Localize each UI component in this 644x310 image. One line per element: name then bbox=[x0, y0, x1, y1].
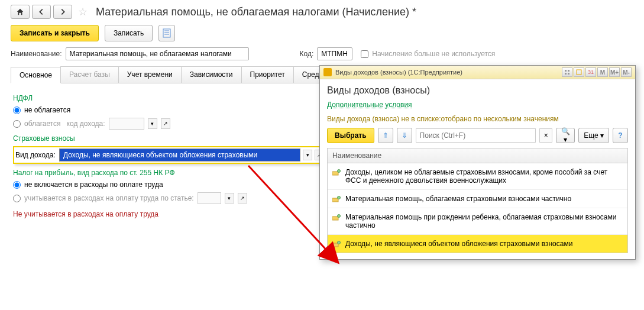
tab-time[interactable]: Учет времени bbox=[118, 66, 182, 83]
sys-m2[interactable]: M+ bbox=[609, 67, 620, 77]
calc-icon bbox=[576, 69, 582, 75]
more-button[interactable]: Еще ▾ bbox=[578, 128, 609, 143]
svg-point-10 bbox=[338, 170, 341, 173]
name-input[interactable] bbox=[66, 47, 249, 60]
document-icon bbox=[163, 28, 171, 38]
list-item-text: Материальная помощь при рождении ребенка… bbox=[345, 213, 623, 230]
svg-rect-4 bbox=[565, 70, 567, 72]
svg-point-14 bbox=[338, 215, 341, 218]
svg-rect-5 bbox=[568, 70, 569, 72]
np-article-input[interactable] bbox=[198, 192, 221, 204]
calendar-icon: 31 bbox=[588, 69, 594, 75]
back-button[interactable] bbox=[32, 5, 51, 19]
list-item-text: Доходы, целиком не облагаемые страховыми… bbox=[345, 168, 623, 185]
nolonger-checkbox[interactable] bbox=[361, 50, 368, 58]
np-yes-radio[interactable] bbox=[13, 195, 21, 202]
vd-input[interactable]: Доходы, не являющиеся объектом обложения… bbox=[59, 148, 300, 162]
sys-m1[interactable]: M bbox=[597, 67, 608, 77]
svg-rect-9 bbox=[332, 172, 338, 175]
ndfl-yes-radio[interactable] bbox=[13, 120, 21, 128]
search-icon: 🔍▾ bbox=[560, 127, 571, 144]
additional-conditions-link[interactable]: Дополнительные условия bbox=[327, 101, 412, 109]
ndfl-code-label: код дохода: bbox=[67, 120, 105, 128]
vd-dropdown[interactable]: ▾ bbox=[303, 150, 312, 160]
nolonger-label: Начисление больше не используется bbox=[372, 50, 495, 58]
list-item[interactable]: Доходы, целиком не облагаемые страховыми… bbox=[328, 163, 627, 190]
sys-btn-3[interactable]: 31 bbox=[585, 67, 596, 77]
svg-rect-11 bbox=[332, 198, 338, 202]
ndfl-code-dropdown[interactable]: ▾ bbox=[148, 118, 157, 129]
save-close-button[interactable]: Записать и закрыть bbox=[11, 25, 99, 41]
home-icon bbox=[16, 8, 24, 16]
arrow-up-icon: ⇑ bbox=[383, 131, 389, 140]
arrow-down-icon: ⇓ bbox=[402, 131, 407, 140]
home-button[interactable] bbox=[11, 5, 30, 19]
list-item[interactable]: Материальная помощь при рождении ребенка… bbox=[328, 208, 627, 235]
search-clear-button[interactable]: × bbox=[539, 128, 552, 143]
save-button[interactable]: Записать bbox=[105, 25, 153, 41]
np-article-dropdown[interactable]: ▾ bbox=[225, 193, 234, 204]
popup-title: Виды доходов (взносы) bbox=[327, 85, 628, 96]
page-title: Материальная помощь, не облагаемая налог… bbox=[96, 6, 416, 18]
arrow-right-icon bbox=[59, 8, 67, 16]
popup-titlebar[interactable]: Виды доходов (взносы) (1С:Предприятие) 3… bbox=[320, 66, 635, 79]
svg-rect-15 bbox=[332, 243, 338, 247]
income-types-popup: Виды доходов (взносы) (1С:Предприятие) 3… bbox=[319, 65, 636, 260]
list-item-text: Доходы, не являющиеся объектом обложения… bbox=[345, 240, 572, 248]
favorite-icon[interactable]: ☆ bbox=[78, 5, 88, 18]
item-icon bbox=[332, 241, 341, 248]
ndfl-code-input[interactable] bbox=[109, 118, 144, 130]
list-header[interactable]: Наименование bbox=[327, 148, 628, 163]
move-up-button[interactable]: ⇑ bbox=[378, 128, 393, 143]
code-input[interactable] bbox=[317, 47, 352, 60]
code-label: Код: bbox=[300, 50, 314, 58]
name-label: Наименование: bbox=[11, 50, 62, 58]
forward-button[interactable] bbox=[53, 5, 72, 19]
help-icon: ? bbox=[618, 131, 622, 140]
list-item-text: Материальная помощь, облагаемая страховы… bbox=[345, 195, 571, 203]
move-down-button[interactable]: ⇓ bbox=[397, 128, 412, 143]
search-button[interactable]: 🔍▾ bbox=[556, 128, 575, 143]
svg-rect-0 bbox=[163, 29, 170, 37]
item-icon bbox=[332, 196, 341, 203]
app-icon bbox=[323, 68, 332, 76]
svg-rect-6 bbox=[565, 73, 567, 75]
report-button[interactable] bbox=[158, 25, 175, 41]
search-input[interactable] bbox=[416, 128, 536, 143]
np-article-open[interactable]: ↗ bbox=[238, 193, 247, 204]
arrow-left-icon bbox=[37, 8, 46, 16]
tab-main[interactable]: Основное bbox=[11, 67, 61, 83]
tab-calc-base[interactable]: Расчет базы bbox=[60, 66, 119, 83]
svg-rect-7 bbox=[568, 73, 569, 75]
filter-text: Виды дохода (взноса) не в списке:отобран… bbox=[327, 115, 628, 123]
income-types-list: Доходы, целиком не облагаемые страховыми… bbox=[327, 163, 628, 253]
ndfl-code-open[interactable]: ↗ bbox=[161, 118, 170, 129]
list-item[interactable]: Доходы, не являющиеся объектом обложения… bbox=[328, 235, 627, 253]
sys-btn-2[interactable] bbox=[574, 67, 584, 77]
ndfl-no-radio[interactable] bbox=[13, 106, 21, 114]
select-button[interactable]: Выбрать bbox=[327, 128, 374, 143]
sys-m3[interactable]: M- bbox=[621, 67, 632, 77]
ndfl-yes-label: облагается bbox=[24, 120, 61, 128]
list-item[interactable]: Материальная помощь, облагаемая страховы… bbox=[328, 190, 627, 208]
ndfl-no-label: не облагается bbox=[24, 106, 70, 114]
chevron-down-icon: ▾ bbox=[600, 131, 604, 140]
np-no-radio[interactable] bbox=[13, 181, 21, 189]
np-no-label: не включается в расходы по оплате труда bbox=[24, 180, 163, 189]
svg-point-16 bbox=[338, 241, 341, 244]
vd-label: Вид дохода: bbox=[15, 151, 56, 159]
svg-rect-13 bbox=[332, 217, 338, 220]
grid-icon bbox=[564, 69, 570, 75]
popup-titlebar-text: Виды доходов (взносы) (1С:Предприятие) bbox=[335, 69, 558, 76]
np-yes-label: учитывается в расходах на оплату труда п… bbox=[24, 194, 194, 202]
more-label: Еще bbox=[584, 131, 598, 140]
svg-point-12 bbox=[338, 196, 341, 199]
tab-priority[interactable]: Приоритет bbox=[241, 66, 294, 83]
sys-btn-1[interactable] bbox=[562, 67, 572, 77]
tab-deps[interactable]: Зависимости bbox=[181, 66, 242, 83]
item-icon bbox=[332, 214, 341, 221]
svg-rect-8 bbox=[577, 70, 581, 75]
item-icon bbox=[332, 169, 341, 176]
help-button[interactable]: ? bbox=[613, 128, 628, 143]
